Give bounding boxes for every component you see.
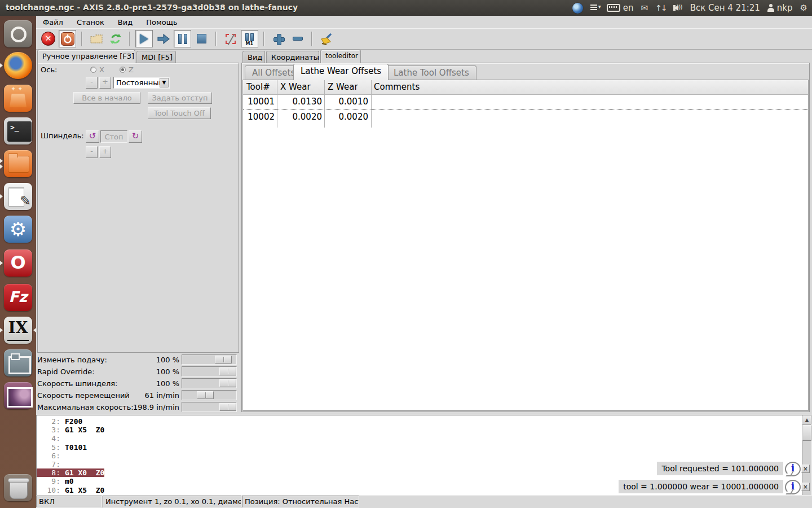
clear-plot-button[interactable] bbox=[317, 30, 335, 47]
tab-tooleditor[interactable]: tooleditor bbox=[320, 50, 361, 63]
session-gear-icon[interactable]: ⚙ bbox=[800, 3, 807, 13]
spindle-stop-button[interactable]: Стоп bbox=[100, 130, 127, 143]
mail-icon[interactable]: ✉ bbox=[641, 3, 648, 13]
user-indicator[interactable]: nkp bbox=[767, 3, 793, 13]
col-x-wear[interactable]: X Wear bbox=[280, 82, 311, 92]
max-velocity-slider[interactable] bbox=[182, 402, 237, 412]
table-cell-x-wear[interactable]: 0.0020 bbox=[279, 110, 322, 125]
stop-button[interactable] bbox=[193, 30, 210, 47]
table-cell-z-wear[interactable]: 0.0020 bbox=[326, 110, 368, 125]
axis-z-radio[interactable] bbox=[120, 67, 126, 73]
menu-machine[interactable]: Станок bbox=[77, 18, 104, 27]
spindle-ccw-button[interactable]: ↺ bbox=[86, 130, 99, 143]
notification-text: tool = 1.000000 wear = 10001.000000 bbox=[619, 480, 783, 493]
set-offset-button[interactable]: Задать отступ bbox=[148, 92, 212, 104]
jog-speed-slider[interactable] bbox=[182, 390, 237, 400]
menu-file[interactable]: Файл bbox=[43, 18, 63, 27]
spindle-override-label: Скорость шпинделя: bbox=[37, 379, 117, 388]
machine-power-button[interactable] bbox=[59, 30, 76, 47]
col-z-wear[interactable]: Z Wear bbox=[328, 82, 358, 92]
tab-preview[interactable]: Вид bbox=[242, 51, 265, 63]
terminal-icon[interactable] bbox=[4, 117, 32, 144]
table-cell-z-wear[interactable]: 0.0010 bbox=[326, 95, 368, 110]
tab-dro[interactable]: Координаты bbox=[266, 51, 319, 63]
xterm-icon[interactable] bbox=[4, 349, 32, 376]
menu-help[interactable]: Помощь bbox=[146, 18, 177, 27]
jog-mode-select[interactable]: Постоянный ▼ bbox=[113, 77, 170, 89]
table-cell-tool[interactable]: 10002 bbox=[245, 110, 275, 125]
step-button[interactable] bbox=[155, 30, 172, 47]
tab-manual-control[interactable]: Ручное управление [F3] bbox=[37, 50, 135, 63]
axis-linuxcnc-icon[interactable]: IX bbox=[4, 317, 32, 344]
close-icon[interactable]: × bbox=[801, 465, 810, 473]
slider-thumb[interactable] bbox=[219, 367, 236, 375]
system-tray: en ✉ ↑↓ Вск Сен 4 21:21 nkp ⚙ bbox=[572, 0, 807, 16]
run-button[interactable] bbox=[135, 30, 153, 47]
slider-thumb[interactable] bbox=[215, 356, 232, 364]
opera-icon[interactable]: O bbox=[4, 249, 32, 277]
indicator-menu-icon[interactable] bbox=[590, 4, 599, 12]
rapid-override-slider[interactable] bbox=[182, 366, 237, 376]
jog-plus-button[interactable]: + bbox=[99, 77, 111, 89]
trash-icon[interactable] bbox=[4, 474, 32, 501]
folder-icon bbox=[90, 33, 103, 45]
scroll-thumb[interactable] bbox=[802, 425, 811, 441]
tab-lathe-wear-offsets[interactable]: Lathe Wear Offsets bbox=[293, 64, 389, 80]
col-tool[interactable]: Tool# bbox=[246, 82, 270, 92]
gcode-line[interactable]: 3:G1 X5 Z0 bbox=[37, 426, 811, 434]
text-editor-icon[interactable] bbox=[4, 183, 32, 210]
table-cell-x-wear[interactable]: 0.0130 bbox=[279, 95, 322, 110]
running-indicator bbox=[0, 63, 3, 68]
firefox-icon[interactable] bbox=[4, 52, 32, 79]
optional-pause-button[interactable]: M1 bbox=[241, 30, 258, 47]
reload-button[interactable] bbox=[107, 30, 124, 47]
volume-icon[interactable] bbox=[674, 5, 678, 11]
feed-override-slider[interactable] bbox=[182, 354, 237, 365]
gcode-line[interactable]: 6: bbox=[37, 452, 811, 460]
estop-button[interactable]: ✕ bbox=[39, 30, 57, 47]
sync-arrows-icon[interactable]: ↑↓ bbox=[655, 3, 666, 12]
feed-override-value: 100 % bbox=[112, 356, 179, 364]
table-cell-tool[interactable]: 10001 bbox=[245, 95, 275, 110]
axis-x-radio[interactable] bbox=[90, 67, 96, 73]
tool-touch-off-button[interactable]: Tool Touch Off bbox=[148, 107, 211, 119]
spindle-cw-button[interactable]: ↻ bbox=[129, 130, 142, 143]
thunderbird-globe-icon[interactable] bbox=[572, 3, 583, 14]
slider-thumb[interactable] bbox=[219, 379, 236, 387]
slider-thumb[interactable] bbox=[219, 403, 236, 411]
home-all-button[interactable]: Все в начало bbox=[73, 92, 140, 104]
toolbar-separator bbox=[129, 32, 130, 46]
slider-thumb[interactable] bbox=[197, 391, 214, 399]
col-comments[interactable]: Comments bbox=[374, 82, 420, 92]
spindle-plus-button[interactable]: + bbox=[99, 146, 111, 158]
minus-button[interactable] bbox=[289, 30, 306, 47]
tab-lathe-tool-offsets[interactable]: Lathe Tool Offsets bbox=[386, 65, 476, 80]
broom-icon bbox=[320, 33, 333, 45]
spindle-override-slider[interactable] bbox=[182, 378, 237, 388]
clock[interactable]: Вск Сен 4 21:21 bbox=[690, 3, 760, 13]
image-viewer-icon[interactable] bbox=[4, 382, 32, 409]
software-center-icon[interactable] bbox=[4, 85, 32, 112]
ubuntu-dash-icon[interactable] bbox=[4, 20, 32, 47]
notification: Tool requested = 101.000000 × bbox=[657, 462, 810, 475]
block-delete-button[interactable] bbox=[222, 30, 239, 47]
keyboard-indicator[interactable]: en bbox=[607, 3, 634, 13]
plus-button[interactable] bbox=[270, 30, 287, 47]
filezilla-icon[interactable]: Fz bbox=[4, 284, 32, 311]
gcode-line[interactable]: 2:F200 bbox=[37, 417, 811, 426]
gcode-line[interactable]: 4: bbox=[37, 434, 811, 443]
scroll-up-arrow[interactable]: ▲ bbox=[802, 415, 811, 424]
files-icon[interactable] bbox=[4, 150, 32, 177]
table-cell-comment[interactable] bbox=[374, 110, 543, 125]
menu-view[interactable]: Вид bbox=[118, 18, 133, 27]
tab-mdi[interactable]: MDI [F5] bbox=[136, 51, 176, 63]
table-cell-comment[interactable] bbox=[374, 95, 543, 110]
open-file-button[interactable] bbox=[87, 30, 105, 47]
pause-button[interactable] bbox=[174, 30, 191, 47]
status-bar: ВКЛ Инструмент 1, zo 0.1, xo 0.1, диамет… bbox=[36, 496, 812, 508]
settings-gear-icon[interactable]: ⚙ bbox=[4, 216, 32, 243]
close-icon[interactable]: × bbox=[801, 483, 810, 491]
spindle-minus-button[interactable]: - bbox=[86, 146, 98, 158]
jog-minus-button[interactable]: - bbox=[86, 77, 98, 89]
gcode-line[interactable]: 5:T0101 bbox=[37, 443, 811, 452]
